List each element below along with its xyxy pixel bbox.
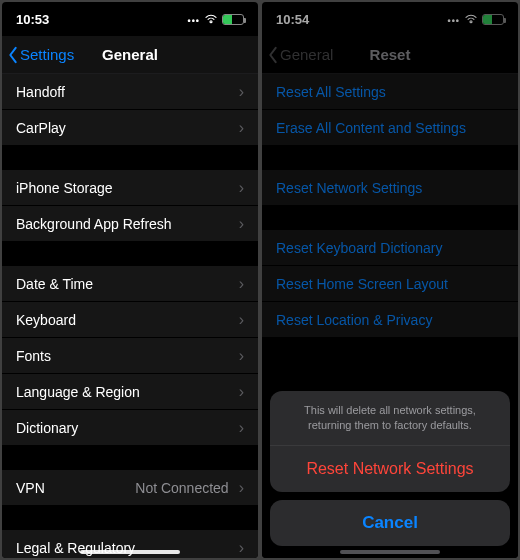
settings-row[interactable]: Language & Region› — [2, 374, 258, 410]
row-label: iPhone Storage — [16, 180, 113, 196]
chevron-right-icon: › — [239, 311, 244, 329]
cancel-button[interactable]: Cancel — [270, 500, 510, 546]
chevron-right-icon: › — [239, 479, 244, 497]
chevron-right-icon: › — [239, 275, 244, 293]
settings-row[interactable]: Dictionary› — [2, 410, 258, 446]
back-label: Settings — [20, 46, 74, 63]
row-label: Date & Time — [16, 276, 93, 292]
screenshot-general-settings: 10:53 Settings General Handoff›CarPlay›i… — [2, 2, 258, 558]
chevron-right-icon: › — [239, 347, 244, 365]
row-label: Fonts — [16, 348, 51, 364]
chevron-right-icon: › — [239, 83, 244, 101]
chevron-right-icon: › — [239, 383, 244, 401]
action-sheet: This will delete all network settings, r… — [270, 391, 510, 546]
row-label: Handoff — [16, 84, 65, 100]
chevron-right-icon: › — [239, 539, 244, 557]
page-title: General — [102, 46, 158, 63]
settings-row[interactable]: Keyboard› — [2, 302, 258, 338]
row-label: VPN — [16, 480, 45, 496]
settings-row[interactable]: Background App Refresh› — [2, 206, 258, 242]
row-detail: Not Connected — [135, 480, 228, 496]
row-label: Language & Region — [16, 384, 140, 400]
settings-row[interactable]: CarPlay› — [2, 110, 258, 146]
chevron-right-icon: › — [239, 419, 244, 437]
chevron-right-icon: › — [239, 179, 244, 197]
row-label: Background App Refresh — [16, 216, 172, 232]
chevron-left-icon — [6, 46, 20, 64]
home-indicator[interactable] — [340, 550, 440, 554]
settings-row[interactable]: Date & Time› — [2, 266, 258, 302]
action-sheet-card: This will delete all network settings, r… — [270, 391, 510, 492]
nav-bar: Settings General — [2, 36, 258, 74]
back-button[interactable]: Settings — [6, 46, 74, 64]
row-label: Dictionary — [16, 420, 78, 436]
settings-list[interactable]: Handoff›CarPlay›iPhone Storage›Backgroun… — [2, 74, 258, 558]
action-sheet-message: This will delete all network settings, r… — [270, 391, 510, 446]
settings-row[interactable]: Handoff› — [2, 74, 258, 110]
reset-network-settings-button[interactable]: Reset Network Settings — [270, 446, 510, 492]
wifi-icon — [204, 14, 218, 24]
settings-row[interactable]: VPNNot Connected› — [2, 470, 258, 506]
battery-icon — [222, 14, 244, 25]
row-label: Keyboard — [16, 312, 76, 328]
row-label: CarPlay — [16, 120, 66, 136]
status-time: 10:53 — [16, 12, 49, 27]
status-indicators — [188, 12, 244, 27]
home-indicator[interactable] — [80, 550, 180, 554]
settings-row[interactable]: Fonts› — [2, 338, 258, 374]
status-bar: 10:53 — [2, 2, 258, 36]
chevron-right-icon: › — [239, 215, 244, 233]
screenshot-reset-settings: 10:54 General Reset Reset All SettingsEr… — [262, 2, 518, 558]
settings-row[interactable]: iPhone Storage› — [2, 170, 258, 206]
chevron-right-icon: › — [239, 119, 244, 137]
cellular-icon — [188, 12, 200, 27]
